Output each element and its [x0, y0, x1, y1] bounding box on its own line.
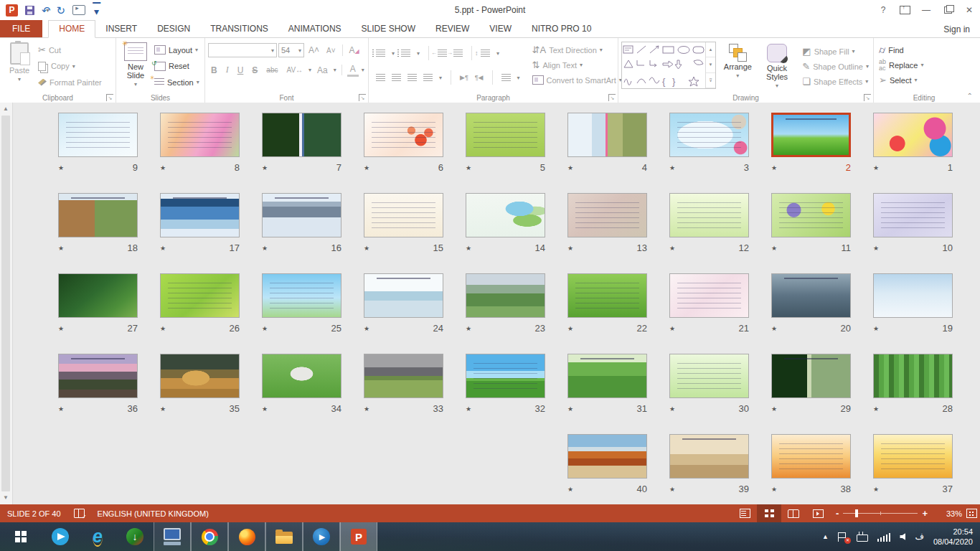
clock[interactable]: 20:54 08/04/2020: [933, 527, 973, 547]
tab-insert[interactable]: INSERT: [95, 21, 147, 37]
bold-button[interactable]: B: [208, 65, 220, 76]
slide-thumbnail-12[interactable]: [669, 193, 749, 237]
font-name-combobox[interactable]: ▾: [208, 43, 277, 57]
decrease-font-size-button[interactable]: A˅: [324, 46, 339, 55]
slide-thumbnail-39[interactable]: [669, 434, 749, 479]
close-button[interactable]: ✕: [958, 0, 980, 20]
align-left-button[interactable]: [376, 74, 385, 81]
cut-button[interactable]: ✂Cut: [36, 42, 104, 57]
slide-thumbnail-28[interactable]: [873, 354, 953, 398]
decrease-indent-button[interactable]: [438, 50, 447, 57]
transition-star-icon[interactable]: ★: [669, 486, 675, 493]
slide-thumbnail-8[interactable]: [160, 113, 240, 157]
zoom-slider-thumb[interactable]: [855, 509, 858, 517]
vertical-scrollbar[interactable]: ▲ ▼: [0, 103, 13, 504]
slide-thumbnail-16[interactable]: [262, 193, 341, 237]
rtl-direction-button[interactable]: ¶◀: [475, 74, 484, 81]
quick-styles-button[interactable]: Quick Styles▾: [760, 42, 795, 89]
slide-thumbnail-18[interactable]: [58, 193, 138, 237]
customize-qat-button[interactable]: ▔▾: [93, 3, 100, 17]
action-center-icon[interactable]: [838, 532, 847, 542]
view-slide-sorter-button[interactable]: [757, 504, 781, 522]
slide-thumbnail-29[interactable]: [771, 354, 851, 398]
transition-star-icon[interactable]: ★: [58, 245, 64, 252]
slide-thumbnail-24[interactable]: [364, 273, 443, 318]
text-direction-button[interactable]: ⇵AText Direction▾: [530, 42, 624, 57]
align-right-button[interactable]: [407, 74, 417, 81]
network-signal-icon[interactable]: [877, 532, 891, 542]
justify-button[interactable]: [423, 74, 433, 81]
paragraph-dialog-launcher[interactable]: ↘: [608, 94, 616, 101]
line-spacing-button[interactable]: [481, 50, 490, 57]
drawing-dialog-launcher[interactable]: ↘: [864, 94, 871, 101]
undo-button[interactable]: ↶▾: [42, 3, 50, 17]
tab-file[interactable]: FILE: [0, 20, 42, 37]
restore-button[interactable]: [937, 0, 958, 20]
start-slideshow-button[interactable]: [72, 3, 85, 17]
reset-button[interactable]: Reset: [152, 59, 202, 74]
slide-thumbnail-27[interactable]: [58, 273, 138, 318]
arrange-button[interactable]: Arrange▾: [722, 42, 754, 79]
slide-thumbnail-14[interactable]: [466, 193, 545, 237]
taskbar-button-chrome[interactable]: [191, 522, 228, 551]
character-spacing-button[interactable]: AV↔: [283, 65, 306, 75]
transition-star-icon[interactable]: ★: [466, 325, 471, 332]
new-slide-button[interactable]: New Slide▾: [119, 40, 152, 92]
taskbar-button-powerpoint[interactable]: P: [340, 522, 377, 551]
shape-fill-button[interactable]: ◩Shape Fill▾: [800, 44, 871, 59]
taskbar-button-telegram[interactable]: [42, 522, 79, 551]
spellcheck-icon[interactable]: [74, 509, 85, 518]
slide-thumbnail-2[interactable]: [771, 113, 851, 157]
bullets-button[interactable]: [376, 50, 385, 57]
redo-button[interactable]: ↻: [57, 3, 66, 17]
format-painter-button[interactable]: Format Painter: [36, 75, 104, 90]
transition-star-icon[interactable]: ★: [466, 245, 471, 252]
transition-star-icon[interactable]: ★: [669, 325, 675, 332]
shadow-button[interactable]: S: [249, 65, 260, 76]
numbering-button[interactable]: [401, 50, 410, 57]
transition-star-icon[interactable]: ★: [364, 405, 369, 413]
transition-star-icon[interactable]: ★: [160, 164, 166, 171]
layout-button[interactable]: Layout▾: [152, 42, 202, 57]
transition-star-icon[interactable]: ★: [669, 405, 675, 413]
slide-thumbnail-31[interactable]: [567, 354, 647, 398]
shape-effects-button[interactable]: ❏Shape Effects▾: [800, 74, 871, 89]
show-hidden-icons-button[interactable]: ▲: [822, 533, 829, 540]
font-size-combobox[interactable]: 54▾: [278, 43, 304, 57]
transition-star-icon[interactable]: ★: [466, 405, 471, 413]
tab-slide-show[interactable]: SLIDE SHOW: [352, 21, 425, 37]
ribbon-display-options-button[interactable]: [894, 0, 915, 20]
taskbar-button-keyboard[interactable]: [154, 522, 191, 551]
transition-star-icon[interactable]: ★: [771, 325, 777, 332]
font-dialog-launcher[interactable]: ↘: [359, 94, 366, 101]
transition-star-icon[interactable]: ★: [160, 325, 166, 332]
slide-thumbnail-32[interactable]: [466, 354, 545, 398]
transition-star-icon[interactable]: ★: [669, 245, 675, 252]
view-reading-button[interactable]: [781, 504, 806, 522]
keyboard-language-indicator[interactable]: ف: [915, 532, 923, 542]
sign-in-link[interactable]: Sign in: [943, 24, 970, 34]
slide-indicator[interactable]: SLIDE 2 OF 40: [7, 509, 61, 518]
slide-thumbnail-20[interactable]: [771, 273, 851, 318]
slide-thumbnail-34[interactable]: [262, 354, 341, 398]
slide-thumbnail-23[interactable]: [466, 273, 545, 318]
slide-thumbnail-21[interactable]: [669, 273, 749, 318]
tab-review[interactable]: REVIEW: [425, 21, 479, 37]
change-case-button[interactable]: Aa: [314, 65, 331, 76]
transition-star-icon[interactable]: ★: [567, 245, 573, 252]
transition-star-icon[interactable]: ★: [160, 405, 166, 413]
taskbar-button-firefox[interactable]: [228, 522, 265, 551]
slide-thumbnail-25[interactable]: [262, 273, 341, 318]
transition-star-icon[interactable]: ★: [262, 245, 268, 252]
increase-indent-button[interactable]: [453, 50, 463, 57]
transition-star-icon[interactable]: ★: [873, 164, 879, 171]
fit-slide-to-window-button[interactable]: [966, 509, 977, 518]
volume-icon[interactable]: [900, 533, 905, 540]
transition-star-icon[interactable]: ★: [466, 164, 471, 171]
language-indicator[interactable]: ENGLISH (UNITED KINGDOM): [98, 509, 209, 518]
slide-thumbnail-40[interactable]: [567, 434, 647, 479]
slide-thumbnail-4[interactable]: [567, 113, 647, 157]
save-button[interactable]: [25, 3, 34, 17]
transition-star-icon[interactable]: ★: [771, 486, 777, 493]
paste-button[interactable]: Paste▾: [3, 40, 36, 92]
